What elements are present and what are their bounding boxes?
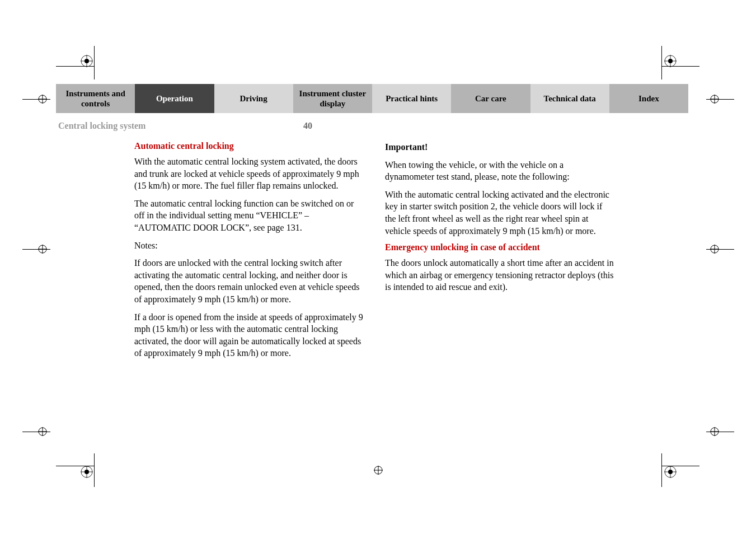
tab-bar: Instruments and controls Operation Drivi… [56,84,688,113]
label-important: Important! [385,141,614,153]
reg-mark-bl [81,466,93,478]
tab-index[interactable]: Index [609,84,688,113]
crop-line-tr-h [706,99,734,100]
para-notes-1: If doors are unlocked with the central l… [134,257,364,305]
crop-line-br-h [706,432,734,432]
heading-emergency-unlocking: Emergency unlocking in case of accident [385,242,614,252]
column-left: Automatic central locking With the autom… [134,135,375,365]
tab-driving[interactable]: Driving [214,84,293,113]
inner-rule-right-h [661,66,699,67]
section-title: Central locking system [56,121,303,131]
label-notes: Notes: [134,240,364,252]
tab-instruments-controls[interactable]: Instruments and controls [56,84,135,113]
tab-technical-data[interactable]: Technical data [530,84,609,113]
page-number: 40 [303,121,326,131]
inner-rule-right-v2 [661,453,662,487]
para-acl-switch: The automatic central locking function c… [134,198,364,234]
tab-operation[interactable]: Operation [135,84,214,113]
crop-line-mr-h [706,249,734,250]
crop-line-bl-h [22,432,50,432]
column-right: Important! When towing the vehicle, or w… [385,135,626,365]
page-header: Central locking system 40 [56,121,688,131]
para-important-1: When towing the vehicle, or with the veh… [385,159,614,183]
page-frame: Instruments and controls Operation Drivi… [56,84,688,365]
tab-car-care[interactable]: Car care [451,84,530,113]
reg-mark-tl [81,55,93,67]
inner-rule-left-h [56,66,94,67]
para-emergency-unlocking: The doors unlock automatically a short t… [385,257,614,293]
inner-rule-left-v [94,46,95,79]
heading-automatic-central-locking: Automatic central locking [134,141,364,151]
tab-instrument-cluster[interactable]: Instrument cluster display [293,84,372,113]
inner-rule-right-h2 [661,466,699,466]
para-notes-2: If a door is opened from the inside at s… [134,311,364,359]
crop-target-bottom [374,466,383,475]
crop-line-tl-h [22,99,50,100]
crop-line-ml-h [22,249,50,250]
inner-rule-right-v [661,46,662,79]
content-columns: Automatic central locking With the autom… [56,135,688,365]
para-important-2: With the automatic central locking activ… [385,189,614,237]
para-acl-desc: With the automatic central locking syste… [134,156,364,192]
reg-mark-br [664,466,677,478]
tab-practical-hints[interactable]: Practical hints [372,84,451,113]
reg-mark-tr [664,55,677,67]
inner-rule-left-v2 [94,453,95,487]
inner-rule-left-h2 [56,466,94,466]
